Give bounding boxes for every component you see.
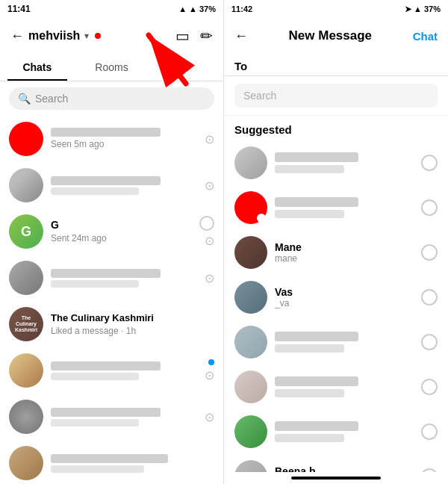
chat-preview-3: Sent 24m ago [51,233,107,243]
suggested-item-7[interactable] [224,409,448,454]
right-back-button[interactable]: ← [234,28,248,44]
suggested-avatar-4 [234,281,267,314]
suggested-list: Mane mane Vas _va [224,140,448,472]
select-radio-5[interactable] [421,334,438,350]
camera-icon-2: ⊙ [205,179,214,193]
status-icons-left: ▲ ▲ 37% [178,4,216,13]
chat-item-8[interactable] [0,440,223,484]
tab-chats[interactable]: Chats [0,54,75,81]
battery-left: 37% [199,4,216,13]
search-placeholder-left: Search [35,93,68,105]
chat-item-1[interactable]: Seen 5m ago ⊙ [0,116,223,162]
avatar-1 [9,122,43,156]
avatar-7 [9,400,43,434]
status-time-right: 11:42 [231,4,252,13]
select-radio-2[interactable] [421,199,438,216]
chat-preview-6 [51,373,139,380]
chat-info-2 [51,176,197,195]
dropdown-icon[interactable]: ▾ [84,31,89,41]
chat-info-6 [51,362,197,380]
select-radio-8[interactable] [421,468,438,472]
chat-item-2[interactable]: ⊙ [0,162,223,208]
right-header: ← New Message Chat [224,18,448,54]
select-radio-1[interactable] [421,155,438,171]
status-bar-left: 11:41 ▲ ▲ 37% [0,0,223,18]
chat-name-2 [51,176,161,185]
chat-info-5: The Culinary Kashmiri Liked a message · … [51,312,207,337]
chat-right-7: ⊙ [205,410,214,424]
select-radio-6[interactable] [421,379,438,395]
chat-right-3: ⊙ [199,216,214,248]
avatar-3: G [9,214,43,249]
select-radio-7[interactable] [421,424,438,440]
to-label: To [234,60,247,72]
back-button[interactable]: ← [10,28,24,44]
chat-name-8 [51,454,168,463]
select-radio-3[interactable] [421,244,438,261]
chat-list: Seen 5m ago ⊙ ⊙ G G Sent 24m ago [0,116,223,484]
battery-right: 37% [424,4,441,13]
suggested-item-2[interactable] [224,185,448,230]
right-panel: 11:42 ➤ ▲ 37% ← New Message Chat To Sugg… [224,0,448,484]
location-icon: ➤ [405,4,411,14]
select-radio-4[interactable] [421,289,438,305]
chat-right-6: ⊙ [205,359,214,382]
status-icons-right: ➤ ▲ 37% [405,4,441,14]
chat-info-8 [51,454,207,473]
suggested-name-2 [275,197,358,207]
suggested-avatar-8 [234,460,267,472]
camera-icon-3: ⊙ [205,234,214,248]
tab-rooms[interactable]: Rooms [75,54,149,81]
suggested-item-1[interactable] [224,140,448,185]
suggested-item-6[interactable] [224,364,448,409]
chat-info-1: Seen 5m ago [51,128,197,150]
chat-info-7 [51,408,197,426]
chat-name-1 [51,128,161,137]
camera-icon-7: ⊙ [205,410,214,424]
suggested-name-3: Mane [275,241,414,253]
suggested-name-1 [275,152,358,162]
chat-item-7[interactable]: ⊙ [0,394,223,440]
right-search-container [224,76,448,116]
suggested-info-7 [275,421,414,442]
chat-preview-1: Seen 5m ago [51,139,104,149]
tab-extra[interactable]: ⊕ [149,54,223,81]
suggested-avatar-6 [234,370,267,403]
suggested-info-1 [275,152,414,173]
video-call-icon[interactable]: ▭ [175,27,190,45]
suggested-item-5[interactable] [224,320,448,364]
suggested-info-6 [275,376,414,397]
chat-preview-7 [51,419,139,426]
compose-icon[interactable]: ✏ [200,27,213,45]
suggested-item-4[interactable]: Vas _va [224,275,448,320]
suggested-name-5 [275,332,358,341]
suggested-item-8[interactable]: Beena b beenak [224,454,448,472]
chat-right-2: ⊙ [205,179,214,193]
chat-item-4[interactable]: ⊙ [0,255,223,301]
chat-item-5[interactable]: The Culinary Kashmiri The Culinary Kashm… [0,301,223,347]
chat-item-6[interactable]: ⊙ [0,347,223,394]
username-label: mehviish [28,29,80,43]
suggested-label: Suggested [224,116,448,140]
chat-info-3: G Sent 24m ago [51,219,192,244]
suggested-item-3[interactable]: Mane mane [224,230,448,275]
chat-preview-8 [51,465,144,473]
chat-info-4 [51,269,197,288]
suggested-avatar-3 [234,236,267,269]
chat-search-bar[interactable]: 🔍 Search [9,87,214,110]
chat-item-3[interactable]: G G Sent 24m ago ⊙ [0,208,223,255]
avatar-5: The Culinary Kashmiri [9,307,43,341]
suggested-avatar-7 [234,415,267,448]
status-bar-right: 11:42 ➤ ▲ 37% [224,0,448,18]
right-search-input[interactable] [234,84,438,108]
suggested-avatar-2 [234,191,267,224]
suggested-handle-7 [275,434,344,442]
chat-button[interactable]: Chat [413,30,438,43]
header-left-group: ← mehviish ▾ [10,28,101,44]
right-title: New Message [289,28,373,43]
chat-tabs: Chats Rooms ⊕ [0,54,223,81]
suggested-info-8: Beena b beenak [275,465,414,472]
chat-right-4: ⊙ [205,271,214,285]
suggested-info-5 [275,332,414,353]
camera-icon-6: ⊙ [205,368,214,382]
